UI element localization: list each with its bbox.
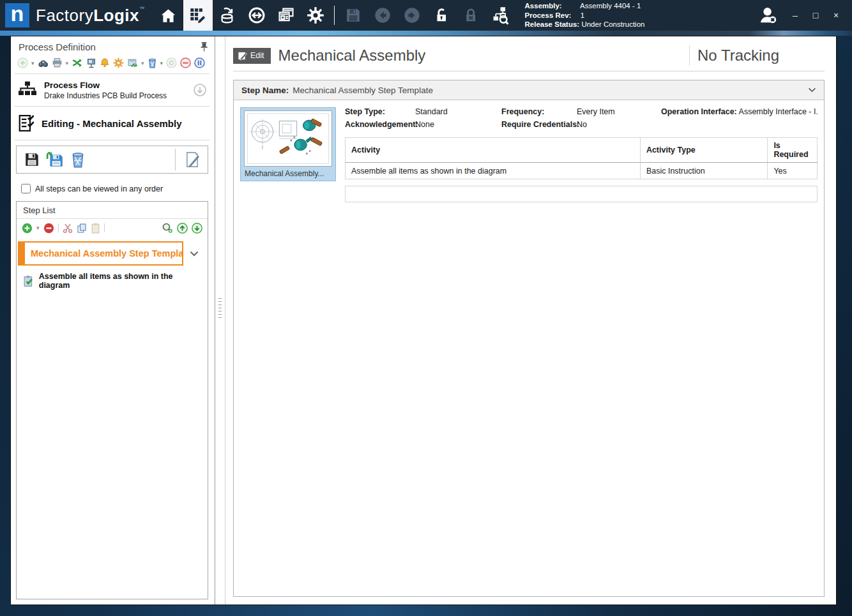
process-search-icon[interactable] bbox=[485, 0, 515, 31]
step-thumbnail-caption: Mechanical Assembly... bbox=[244, 167, 332, 179]
unlock-icon[interactable] bbox=[427, 0, 456, 31]
window-controls: – □ × bbox=[786, 6, 846, 24]
add-step-dropdown-icon[interactable]: ▾ bbox=[36, 225, 40, 231]
delete-dropdown-icon[interactable]: ▾ bbox=[160, 60, 164, 66]
activity-table: Activity Activity Type Is Required Assem… bbox=[345, 137, 818, 179]
require-credentials-value: No bbox=[577, 120, 661, 129]
save-icon bbox=[339, 0, 368, 31]
selection-bar bbox=[18, 241, 24, 266]
activity-table-row[interactable]: Assemble all items as shown in the diagr… bbox=[346, 163, 818, 179]
find-icon[interactable] bbox=[38, 57, 49, 68]
process-flow-icon bbox=[17, 80, 38, 100]
step-list-panel: Step List ▾ Mechanical Assembly Step Tem… bbox=[16, 201, 208, 599]
print-icon[interactable] bbox=[52, 57, 63, 68]
process-flow-title: Process Flow bbox=[44, 80, 193, 90]
move-down-icon[interactable] bbox=[192, 223, 202, 234]
sidebar-toolbar: ▾ ▾ ▾ ▾ bbox=[15, 55, 209, 72]
step-panel: Step Name: Mechanical Assembly Step Temp… bbox=[233, 80, 825, 597]
activity-cell: Assemble all items as shown in the diagr… bbox=[346, 163, 641, 179]
home-icon[interactable] bbox=[154, 0, 183, 31]
minimize-button[interactable]: – bbox=[786, 6, 805, 24]
selected-step-label: Mechanical Assembly Step Template bbox=[31, 248, 183, 259]
any-order-label: All steps can be viewed in any order bbox=[35, 184, 163, 193]
settings-gear-icon[interactable] bbox=[301, 0, 330, 31]
lock-denied-icon bbox=[456, 0, 485, 31]
edit-button[interactable]: Edit bbox=[233, 48, 271, 64]
close-button[interactable]: × bbox=[826, 6, 846, 24]
sidebar-title: Process Definition bbox=[19, 41, 200, 52]
page-title: Mechanical Assembly bbox=[278, 47, 689, 64]
delete-icon[interactable] bbox=[148, 57, 157, 68]
clipboard-check-icon bbox=[23, 275, 34, 287]
step-thumbnail-tile[interactable]: Mechanical Assembly... bbox=[240, 107, 336, 181]
step-type-label: Step Type: bbox=[345, 107, 415, 116]
add-step-icon[interactable] bbox=[22, 223, 33, 234]
route-icon[interactable] bbox=[72, 57, 83, 68]
save-step-button[interactable] bbox=[20, 149, 43, 170]
discard-step-button[interactable] bbox=[66, 149, 89, 170]
maximize-button[interactable]: □ bbox=[806, 6, 825, 24]
save-as-step-button[interactable] bbox=[43, 149, 66, 170]
export-icon[interactable] bbox=[127, 57, 138, 68]
editing-label: Editing - Mechanical Assembly bbox=[42, 118, 182, 129]
step-panel-header[interactable]: Step Name: Mechanical Assembly Step Temp… bbox=[234, 80, 824, 100]
activity-type-column-header: Activity Type bbox=[640, 138, 768, 163]
activity-column-header: Activity bbox=[346, 138, 641, 163]
step-details: Step Type: Standard Frequency: Every Ite… bbox=[345, 107, 818, 202]
edit-note-icon[interactable] bbox=[181, 149, 204, 170]
print-dropdown-icon[interactable]: ▾ bbox=[66, 60, 69, 66]
frequency-value: Every Item bbox=[577, 107, 661, 116]
main-header: Edit Mechanical Assembly No Tracking bbox=[233, 45, 825, 71]
process-definition-icon[interactable] bbox=[183, 0, 213, 31]
acknowledgement-value: None bbox=[415, 120, 501, 129]
back-icon bbox=[368, 0, 397, 31]
any-order-checkbox[interactable] bbox=[21, 184, 31, 193]
main-content: Edit Mechanical Assembly No Tracking Ste… bbox=[225, 36, 836, 605]
is-required-column-header: Is Required bbox=[768, 138, 818, 163]
step-buttons bbox=[16, 146, 208, 174]
add-dropdown-icon: ▾ bbox=[31, 60, 34, 66]
user-signout-icon[interactable] bbox=[754, 0, 783, 31]
panel-chevron-down-icon[interactable] bbox=[808, 87, 816, 93]
activity-empty-row bbox=[345, 186, 818, 202]
refresh-icon bbox=[166, 57, 177, 68]
step-activity-item[interactable]: Assemble all items as shown in the diagr… bbox=[23, 272, 204, 290]
export-dropdown-icon[interactable]: ▾ bbox=[141, 60, 144, 66]
bell-icon[interactable] bbox=[100, 57, 110, 68]
brand-name: FactoryLogix™ bbox=[36, 6, 145, 26]
reports-icon[interactable] bbox=[271, 0, 301, 31]
process-flow-row[interactable]: Process Flow Drake Industries PCB Build … bbox=[15, 75, 209, 105]
add-icon bbox=[17, 57, 28, 68]
pause-icon[interactable] bbox=[194, 57, 205, 68]
zoom-add-icon[interactable] bbox=[162, 222, 173, 234]
frequency-label: Frequency: bbox=[501, 107, 577, 116]
app-logo: n bbox=[5, 3, 29, 27]
process-flow-subtitle: Drake Industries PCB Build Process bbox=[44, 91, 193, 100]
require-credentials-label: Require Credentials: bbox=[501, 120, 577, 129]
activity-type-cell: Basic Instruction bbox=[640, 163, 768, 179]
transfer-icon[interactable] bbox=[242, 0, 271, 31]
step-thumbnail-image bbox=[244, 110, 332, 167]
app-window: Process Definition ▾ ▾ ▾ ▾ bbox=[10, 36, 837, 605]
move-up-icon[interactable] bbox=[177, 223, 188, 234]
pin-icon[interactable] bbox=[200, 42, 208, 52]
editing-checklist-icon bbox=[17, 114, 36, 133]
step-list-item-selected[interactable]: Mechanical Assembly Step Template bbox=[18, 241, 205, 266]
remove-step-icon[interactable] bbox=[43, 223, 54, 234]
is-required-cell: Yes bbox=[768, 163, 818, 179]
materials-icon[interactable] bbox=[213, 0, 242, 31]
step-chevron-down-icon[interactable] bbox=[183, 251, 205, 257]
step-list-toolbar: ▾ bbox=[17, 219, 208, 237]
remove-icon[interactable] bbox=[180, 57, 191, 68]
activity-item-label: Assemble all items as shown in the diagr… bbox=[39, 272, 204, 290]
toolbar-separator bbox=[334, 6, 335, 25]
sign-icon[interactable] bbox=[86, 57, 96, 68]
sidebar-splitter[interactable] bbox=[215, 36, 225, 605]
acknowledgement-label: Acknowledgement: bbox=[345, 120, 415, 129]
copy-icon[interactable] bbox=[77, 223, 87, 234]
forward-icon bbox=[397, 0, 427, 31]
paste-icon bbox=[91, 223, 100, 234]
cut-icon bbox=[63, 223, 73, 234]
collapse-down-icon[interactable] bbox=[193, 83, 207, 97]
gear-icon[interactable] bbox=[113, 57, 124, 68]
